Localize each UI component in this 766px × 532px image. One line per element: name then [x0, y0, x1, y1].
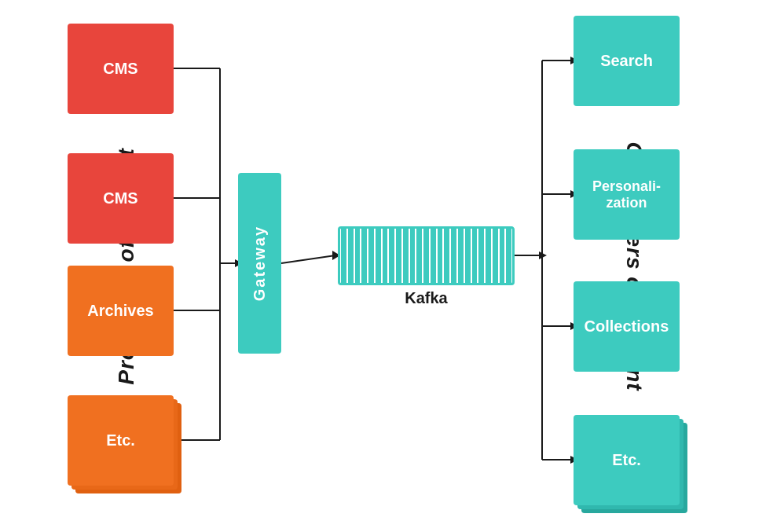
kafka-label: Kafka [338, 289, 515, 307]
stripe-11 [410, 229, 416, 283]
etc-left-box: Etc. [68, 395, 174, 486]
cms1-label: CMS [103, 60, 137, 78]
gateway-label: Gateway [251, 226, 269, 301]
cms2-box: CMS [68, 153, 174, 244]
svg-line-7 [281, 255, 335, 263]
stripe-21 [478, 229, 484, 283]
kafka-box [338, 226, 515, 285]
collections-label: Collections [585, 317, 669, 336]
search-box: Search [574, 16, 680, 106]
search-label: Search [600, 52, 653, 70]
stripe-18 [458, 229, 464, 283]
etc-right-label: Etc. [612, 451, 641, 469]
diagram-container: Producers of content Consumers of conten… [0, 0, 766, 532]
etc-right-box: Etc. [574, 415, 680, 505]
stripe-2 [348, 229, 354, 283]
stripe-3 [355, 229, 361, 283]
personalization-box: Personali-zation [574, 149, 680, 240]
archives-box: Archives [68, 266, 174, 356]
etc-left-label: Etc. [106, 431, 135, 449]
stripe-1 [341, 229, 346, 283]
stripe-19 [465, 229, 471, 283]
stripe-9 [396, 229, 401, 283]
stripe-10 [403, 229, 409, 283]
stripe-17 [451, 229, 456, 283]
stripe-20 [472, 229, 478, 283]
stripe-4 [361, 229, 367, 283]
stripe-16 [444, 229, 449, 283]
stripe-13 [423, 229, 429, 283]
stripe-7 [383, 229, 388, 283]
stripe-25 [506, 229, 511, 283]
collections-box: Collections [574, 281, 680, 372]
archives-label: Archives [87, 302, 154, 320]
stripe-5 [368, 229, 374, 283]
cms2-label: CMS [103, 189, 137, 207]
stripe-22 [486, 229, 491, 283]
stripe-12 [416, 229, 422, 283]
stripe-8 [389, 229, 394, 283]
cms1-box: CMS [68, 24, 174, 114]
gateway-box: Gateway [238, 173, 281, 354]
stripe-23 [493, 229, 498, 283]
stripe-6 [376, 229, 381, 283]
kafka-wrapper: Kafka [338, 226, 515, 285]
kafka-stripes [340, 229, 512, 283]
stripe-24 [500, 229, 505, 283]
stripe-14 [431, 229, 436, 283]
stripe-15 [438, 229, 443, 283]
personalization-label: Personali-zation [592, 178, 661, 211]
